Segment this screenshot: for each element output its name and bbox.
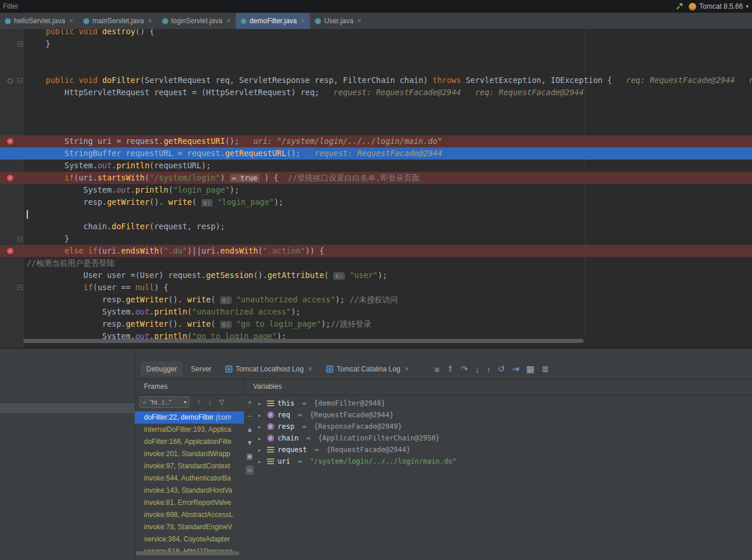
code-line[interactable]: − }	[0, 38, 752, 50]
frame-row[interactable]: invoke:698, AbstractAccessL	[135, 509, 244, 521]
variable-row[interactable]: ▸preq = {RequestFacade@2944}	[258, 409, 752, 421]
frame-row[interactable]: invoke:81, ErrorReportValve	[135, 497, 244, 509]
variable-row[interactable]: ▸this = {demoFilter@2948}	[258, 398, 752, 409]
step-out-icon[interactable]: ↑	[487, 364, 491, 374]
editor-tab-loginServlet-java[interactable]: loginServlet.java×	[157, 13, 236, 29]
breakpoint-icon[interactable]: ✓	[7, 138, 13, 144]
frames-horizontal-scrollbar[interactable]	[136, 551, 239, 555]
build-wrench-icon[interactable]	[675, 2, 683, 10]
frame-row[interactable]: service:364, CoyoteAdapter	[135, 533, 244, 545]
code-line[interactable]	[0, 123, 752, 135]
frame-row[interactable]: internalDoFilter:193, Applica	[135, 424, 244, 436]
code-line[interactable]: public void destroy() {	[0, 29, 752, 38]
code-line[interactable]: //检测当前用户是否登陆	[0, 257, 752, 269]
close-tab-icon[interactable]: ×	[148, 17, 152, 25]
add-watch-icon[interactable]: +	[247, 399, 251, 407]
restore-layout-icon[interactable]: ≣	[542, 364, 549, 374]
variable-row[interactable]: ▸presp = {ResponseFacade@2949}	[258, 421, 752, 432]
debug-tab-debugger[interactable]: Debugger	[141, 362, 183, 377]
code-line[interactable]: resp.getWriter(). write( s: "go to login…	[0, 318, 752, 330]
debug-left-panel-row[interactable]	[0, 403, 135, 413]
breakpoint-icon[interactable]: ✓	[7, 175, 13, 181]
close-tab-icon[interactable]: ×	[301, 17, 305, 25]
step-over-icon[interactable]: ↷	[461, 364, 469, 374]
step-into-icon[interactable]: ↓	[475, 364, 480, 374]
expand-arrow-icon[interactable]: ▸	[258, 424, 264, 430]
run-to-cursor-icon[interactable]: ⇥	[512, 364, 520, 374]
code-line-text	[23, 50, 752, 62]
show-execution-point-icon[interactable]: ⇑	[447, 364, 454, 374]
variable-row[interactable]: ▸request = {RequestFacade@2944}	[258, 444, 752, 456]
evaluate-infinity-icon[interactable]: ∞	[246, 465, 254, 475]
debug-tab-tomcat-catalina-log[interactable]: ›Tomcat Catalina Log×	[321, 362, 415, 377]
debug-tab-label: Tomcat Localhost Log	[236, 365, 304, 373]
code-line[interactable]: ✓ String uri = request.getRequestURI(); …	[0, 135, 752, 147]
fold-marker-icon[interactable]: −	[17, 78, 23, 83]
prev-frame-icon[interactable]: ↑	[197, 398, 200, 406]
code-line[interactable]: − if(user == null) {	[0, 281, 752, 294]
editor-tab-mainServlet-java[interactable]: mainServlet.java×	[78, 13, 157, 29]
breakpoint-icon[interactable]: ✓	[7, 248, 13, 254]
code-line[interactable]: ✓ if(uri.startsWith("/system/login") = t…	[0, 172, 752, 184]
close-tab-icon[interactable]: ×	[357, 17, 361, 25]
frame-row[interactable]: invoke:143, StandardHostVa	[135, 485, 244, 497]
frame-row[interactable]: doFilter:166, ApplicationFilte	[135, 436, 244, 448]
thread-selector-dropdown[interactable]: ✓ "ht...l..." ▾	[139, 396, 189, 408]
duplicate-watch-icon[interactable]: ▣	[246, 452, 253, 460]
code-line[interactable]	[0, 99, 752, 111]
close-tab-icon[interactable]: ×	[405, 365, 409, 373]
layout-grid-icon[interactable]: ▦	[526, 364, 534, 374]
editor-horizontal-scrollbar[interactable]	[23, 339, 584, 343]
code-line[interactable]: − }	[0, 233, 752, 245]
expand-arrow-icon[interactable]: ▸	[258, 447, 264, 453]
variable-row[interactable]: ▸pchain = {ApplicationFilterChain@2950}	[258, 432, 752, 444]
code-line[interactable]: System.out.println(requestURL);	[0, 160, 752, 172]
frame-row[interactable]: invoke:97, StandardContext	[135, 460, 244, 472]
next-frame-icon[interactable]: ↓	[208, 398, 211, 406]
expand-arrow-icon[interactable]: ▸	[258, 400, 264, 407]
frame-row[interactable]: invoke:544, AuthenticatorBa	[135, 472, 244, 485]
code-line[interactable]: − public void doFilter(ServletRequest re…	[0, 74, 752, 86]
code-line[interactable]	[0, 208, 752, 221]
debug-tab-server[interactable]: Server	[185, 362, 217, 377]
move-up-icon[interactable]: ▲	[246, 425, 253, 433]
code-line[interactable]: User user =(User) request.getSession().g…	[0, 269, 752, 281]
code-line[interactable]: chain.doFilter(request, resp);	[0, 221, 752, 233]
code-line[interactable]	[0, 50, 752, 62]
expand-arrow-icon[interactable]: ▸	[258, 412, 264, 418]
remove-watch-icon[interactable]: −	[247, 412, 251, 420]
code-line[interactable]: resp.getWriter(). write( s: "login_page"…	[0, 196, 752, 208]
editor-tab-demoFilter-java[interactable]: demoFilter.java×	[236, 13, 310, 29]
move-down-icon[interactable]: ▼	[246, 439, 253, 447]
frame-label: invoke:544, AuthenticatorBa	[144, 474, 231, 482]
frame-row[interactable]: invoke:201, StandardWrapp	[135, 448, 244, 460]
expand-arrow-icon[interactable]: ▸	[258, 435, 264, 442]
variable-row[interactable]: ▸uri = "/system/login/../../login/main.d…	[258, 456, 752, 467]
close-tab-icon[interactable]: ×	[226, 17, 231, 25]
frame-row[interactable]: doFilter:22, demoFilter (com	[135, 411, 244, 424]
code-line[interactable]: System.out.println("login_page");	[0, 184, 752, 196]
editor-tab-helloServlet-java[interactable]: helloServlet.java×	[0, 13, 78, 29]
debug-tab-tomcat-localhost-log[interactable]: ›Tomcat Localhost Log×	[220, 362, 318, 377]
drop-frame-icon[interactable]: ↺	[498, 364, 505, 374]
hide-frames-filter-icon[interactable]: ▽	[219, 398, 224, 406]
chevron-down-icon: ▾	[183, 399, 186, 405]
code-line[interactable]	[0, 111, 752, 123]
frame-row[interactable]: invoke:78, StandardEngineV	[135, 521, 244, 533]
code-line[interactable]: ✓ else if(uri.endsWith(".do")||uri.endsW…	[0, 245, 752, 257]
code-line[interactable]	[0, 62, 752, 74]
code-line[interactable]: HttpServletRequest request = (HttpServle…	[0, 86, 752, 99]
code-line[interactable]: resp.getWriter(). write( s: "unauthorize…	[0, 294, 752, 306]
fold-marker-icon[interactable]: −	[17, 41, 23, 46]
editor-tab-User-java[interactable]: User.java×	[310, 13, 366, 29]
expand-arrow-icon[interactable]: ▸	[258, 458, 264, 465]
code-editor[interactable]: public void destroy() {− }− public void …	[0, 29, 752, 348]
code-line[interactable]: StringBuffer requestURL = request.getReq…	[0, 147, 752, 160]
close-tab-icon[interactable]: ×	[69, 17, 73, 25]
run-configuration-selector[interactable]: Tomcat 8.5.66 ▾	[689, 2, 749, 10]
fold-marker-icon[interactable]: −	[17, 285, 23, 290]
code-line[interactable]: System.out.println("unauthorized access"…	[0, 306, 752, 318]
fold-marker-icon[interactable]: −	[17, 236, 23, 241]
close-tab-icon[interactable]: ×	[308, 365, 312, 373]
view-options-icon[interactable]: ≡	[434, 364, 440, 374]
